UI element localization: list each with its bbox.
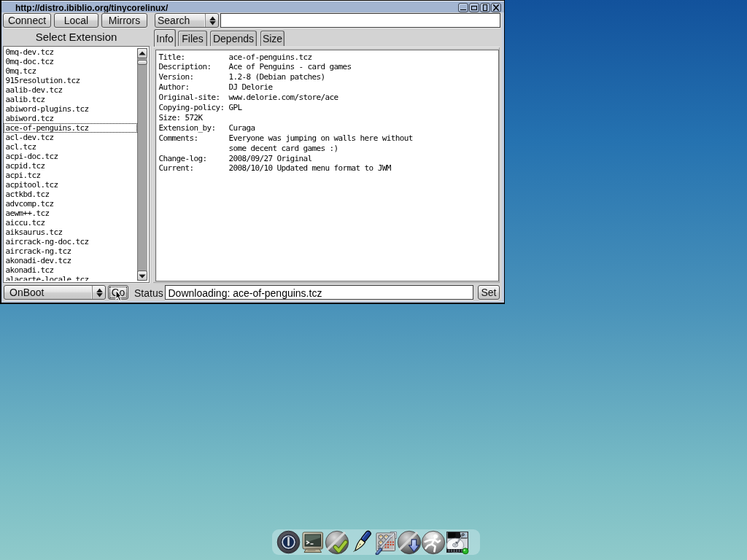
maximize-button[interactable] <box>469 3 479 12</box>
search-input[interactable] <box>220 13 500 28</box>
list-item[interactable]: aiccu.tcz <box>4 218 137 228</box>
list-item[interactable]: acpi-doc.tcz <box>4 152 137 161</box>
list-item[interactable]: acpi.tcz <box>4 171 137 180</box>
search-choice[interactable]: Search <box>155 13 219 28</box>
terminal-icon[interactable] <box>301 530 325 557</box>
list-item[interactable]: aalib.tcz <box>4 95 137 104</box>
list-scrollbar[interactable] <box>137 48 147 281</box>
status-label: Status <box>134 287 163 299</box>
scrollbar-thumb[interactable] <box>137 60 147 65</box>
status-input[interactable]: Downloading: ace-of-penguins.tcz <box>165 285 473 300</box>
power-icon[interactable] <box>276 530 301 557</box>
scroll-up-button[interactable] <box>137 48 147 58</box>
control-panel-icon[interactable] <box>374 530 398 558</box>
window-controls <box>458 3 501 12</box>
list-item[interactable]: aiksaurus.tcz <box>4 228 137 237</box>
list-item[interactable]: acpid.tcz <box>4 161 137 171</box>
client-area: Connect Local Mirrors Search Select Exte… <box>3 12 502 301</box>
tab-pane: Title: ace-of-penguins.tcz Description: … <box>152 47 500 283</box>
tab-size[interactable]: Size <box>260 31 285 46</box>
list-item[interactable]: acl-dev.tcz <box>4 133 137 142</box>
list-item[interactable]: 0mq-doc.tcz <box>4 57 137 66</box>
list-item[interactable]: aircrack-ng-doc.tcz <box>4 237 137 246</box>
extension-list-items: 0mq-dev.tcz0mq-doc.tcz0mq.tcz915resoluti… <box>4 47 137 281</box>
list-item[interactable]: akonadi-dev.tcz <box>4 256 137 265</box>
list-item[interactable]: acpitool.tcz <box>4 180 137 190</box>
list-item[interactable]: aalib-dev.tcz <box>4 85 137 95</box>
window-title: http://distro.ibiblio.org/tinycorelinux/ <box>15 3 168 13</box>
onboot-choice[interactable]: OnBoot <box>4 285 106 300</box>
extension-list[interactable]: 0mq-dev.tcz0mq-doc.tcz0mq.tcz915resoluti… <box>3 46 150 283</box>
info-display[interactable]: Title: ace-of-penguins.tcz Description: … <box>155 50 499 281</box>
list-item[interactable]: advcomp.tcz <box>4 199 137 209</box>
titlebar[interactable]: http://distro.ibiblio.org/tinycorelinux/ <box>1 1 504 12</box>
list-item[interactable]: abiword.tcz <box>4 114 137 123</box>
info-text: Title: ace-of-penguins.tcz Description: … <box>159 52 413 174</box>
connect-button[interactable]: Connect <box>3 13 51 28</box>
select-extension-heading: Select Extension <box>3 31 150 43</box>
app-browser-icon[interactable] <box>397 530 422 558</box>
list-item[interactable]: akonadi.tcz <box>4 265 137 275</box>
shade-button[interactable] <box>480 3 490 12</box>
local-button[interactable]: Local <box>54 13 98 28</box>
tab-depends[interactable]: Depends <box>210 31 257 46</box>
list-item[interactable]: actkbd.tcz <box>4 190 137 199</box>
status-input-value: Downloading: ace-of-penguins.tcz <box>169 287 322 299</box>
editor-pen-icon[interactable] <box>349 530 374 558</box>
appbrowser-window: http://distro.ibiblio.org/tinycorelinux/… <box>0 0 505 304</box>
updown-arrows-icon <box>205 14 218 27</box>
scroll-down-button[interactable] <box>137 271 147 281</box>
minimize-button[interactable] <box>458 3 468 12</box>
tab-files[interactable]: Files <box>178 31 207 46</box>
list-item[interactable]: 915resolution.tcz <box>4 76 137 85</box>
wbar-dock <box>272 529 480 555</box>
onboot-choice-label: OnBoot <box>9 287 44 298</box>
list-item[interactable]: acl.tcz <box>4 142 137 152</box>
search-choice-label: Search <box>158 15 190 26</box>
list-item[interactable]: 0mq-dev.tcz <box>4 47 137 57</box>
tab-info[interactable]: Info <box>154 29 176 47</box>
updown-arrows-icon <box>92 286 105 299</box>
mouse-cursor <box>115 289 123 306</box>
list-item[interactable]: aewm++.tcz <box>4 209 137 218</box>
list-item[interactable]: alacarte-locale.tcz <box>4 275 137 281</box>
mirrors-button[interactable]: Mirrors <box>101 13 147 28</box>
mount-disk-icon[interactable] <box>445 530 470 558</box>
list-item[interactable]: aircrack-ng.tcz <box>4 246 137 256</box>
close-button[interactable] <box>491 3 501 12</box>
list-item[interactable]: abiword-plugins.tcz <box>4 104 137 114</box>
window-frame: http://distro.ibiblio.org/tinycorelinux/… <box>1 1 504 303</box>
set-button[interactable]: Set <box>478 285 500 300</box>
apps-check-icon[interactable] <box>325 530 349 558</box>
list-item[interactable]: 0mq.tcz <box>4 66 137 76</box>
list-item[interactable]: ace-of-penguins.tcz <box>4 123 137 133</box>
run-icon[interactable] <box>421 530 446 558</box>
